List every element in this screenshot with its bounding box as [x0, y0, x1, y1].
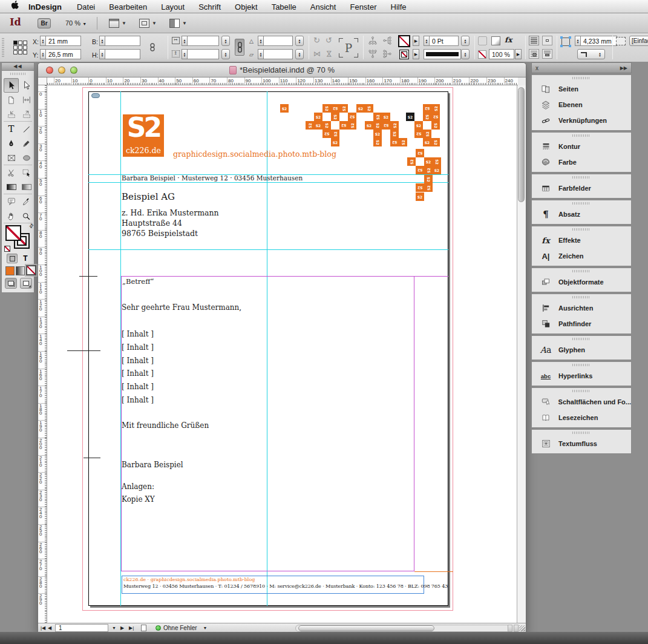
- wrap-jump-object-button[interactable]: [542, 49, 552, 59]
- gradient-effect-icon[interactable]: [491, 36, 500, 45]
- stroke-weight-presets[interactable]: ▲▼: [461, 36, 470, 46]
- constrain-dimensions-icon[interactable]: [148, 42, 157, 53]
- panel-objectstyles[interactable]: Objektformate: [532, 274, 631, 290]
- height-stepper[interactable]: ▲▼: [99, 49, 140, 59]
- content-placer-tool[interactable]: [19, 107, 34, 122]
- panel-pages[interactable]: Seiten: [532, 81, 631, 97]
- y-position-stepper[interactable]: ▲▼26,5 mm: [40, 49, 81, 59]
- panel-drag-handle[interactable]: [2, 38, 4, 58]
- panel-group-drag-handle[interactable]: [532, 268, 631, 274]
- formatting-affects-text-button[interactable]: T: [20, 254, 31, 263]
- menu-datei[interactable]: Datei: [77, 2, 95, 12]
- distribute-down-icon[interactable]: [368, 49, 378, 60]
- wrap-object-shape-button[interactable]: [529, 49, 539, 59]
- panel-pathfinder[interactable]: Pathfinder: [532, 316, 631, 332]
- guide-horizontal-2[interactable]: [88, 182, 448, 183]
- panel-bookmarks[interactable]: Lesezeichen: [532, 410, 631, 426]
- page-dropdown[interactable]: ▼: [112, 624, 116, 632]
- bridge-button[interactable]: Br: [38, 18, 51, 28]
- panel-glyphs[interactable]: AaGlyphen: [532, 342, 631, 358]
- x-position-stepper[interactable]: ▲▼21 mm: [40, 36, 81, 46]
- swap-fill-stroke-icon[interactable]: ⇄: [28, 222, 35, 229]
- flip-vertical-button[interactable]: ⋈: [325, 50, 333, 58]
- panel-group-drag-handle[interactable]: [532, 336, 631, 342]
- scrollbar-buttons[interactable]: [508, 625, 519, 632]
- dock-header[interactable]: x▶▶: [531, 62, 632, 73]
- note-tool[interactable]: [4, 194, 19, 209]
- object-style-dropdown[interactable]: [Einfach: [629, 36, 648, 46]
- menu-schrift[interactable]: Schrift: [198, 2, 221, 12]
- apply-color-button[interactable]: [5, 266, 15, 275]
- panel-group-drag-handle[interactable]: [532, 294, 631, 300]
- rotation-angle-stepper[interactable]: ▲▼: [258, 36, 293, 46]
- page-number-field[interactable]: 1: [55, 624, 108, 632]
- panel-group-drag-handle[interactable]: [532, 430, 631, 436]
- vertical-scrollbar-thumb[interactable]: [518, 87, 525, 202]
- first-page-button[interactable]: |◀: [41, 624, 45, 632]
- panel-align[interactable]: Ausrichten: [532, 300, 631, 316]
- arrange-documents-dropdown[interactable]: ▼: [169, 17, 187, 29]
- next-page-button[interactable]: ▶: [120, 624, 124, 632]
- tools-panel-drag-handle[interactable]: [2, 71, 34, 77]
- scale-y-stepper[interactable]: ▲▼: [182, 49, 219, 59]
- stroke-swatch-none[interactable]: [399, 50, 409, 59]
- flip-horizontal-button[interactable]: ⋈: [313, 50, 321, 58]
- panel-character[interactable]: A|Zeichen: [532, 248, 631, 264]
- fill-swatch-menu[interactable]: ▶: [413, 36, 419, 46]
- effects-fx-icon[interactable]: fx: [505, 36, 512, 44]
- screen-mode-dropdown[interactable]: ▼: [139, 17, 157, 29]
- company-logo[interactable]: S2 ck226.de: [123, 114, 164, 157]
- type-tool[interactable]: T: [4, 122, 19, 136]
- view-options-dropdown[interactable]: ▼: [109, 17, 126, 29]
- stroke-weight-stepper[interactable]: ▲▼0 Pt: [424, 36, 459, 46]
- preview-mode-button[interactable]: [20, 278, 32, 289]
- distribute-right-icon[interactable]: [382, 49, 392, 60]
- menu-indesign[interactable]: InDesign: [28, 2, 62, 12]
- formatting-affects-container-button[interactable]: [7, 254, 18, 263]
- eyedropper-tool[interactable]: [19, 194, 34, 209]
- menu-bearbeiten[interactable]: Bearbeiten: [109, 2, 147, 12]
- ellipse-tool[interactable]: [19, 151, 34, 165]
- panel-paragraph[interactable]: ¶Absatz: [532, 206, 631, 222]
- document-canvas[interactable]: S2 ck226.de graphicdesign.socialmedia.ph…: [47, 85, 518, 623]
- default-fill-stroke-icon[interactable]: [4, 246, 10, 252]
- window-title-bar[interactable]: *Beispieldatei.indd @ 70 %: [38, 63, 526, 77]
- horizontal-ruler[interactable]: 2010010203040506070809010011012013014015…: [47, 77, 518, 85]
- panel-group-drag-handle[interactable]: [532, 200, 631, 206]
- width-stepper[interactable]: ▲▼: [99, 36, 140, 46]
- free-transform-tool[interactable]: [19, 165, 34, 180]
- zoom-tool[interactable]: [19, 209, 34, 223]
- panel-color[interactable]: Farbe: [532, 154, 631, 170]
- menu-hilfe[interactable]: Hilfe: [391, 2, 407, 12]
- panel-group-drag-handle[interactable]: [532, 362, 631, 368]
- rotate-cw-button[interactable]: ↻: [313, 36, 320, 45]
- distribute-left-icon[interactable]: [382, 36, 392, 47]
- fill-swatch-none[interactable]: [398, 35, 410, 47]
- content-collector-tool[interactable]: [4, 107, 19, 122]
- panel-links[interactable]: Verknüpfungen: [532, 113, 631, 128]
- shear-presets[interactable]: ▲▼: [295, 49, 304, 59]
- zoom-level-dropdown[interactable]: 70 % ▼: [65, 19, 87, 27]
- pencil-tool[interactable]: [19, 136, 34, 151]
- panel-buttons[interactable]: Schaltflächen und Fo...: [532, 394, 631, 410]
- wrap-bounding-box-button[interactable]: [542, 36, 552, 45]
- menu-objekt[interactable]: Objekt: [235, 2, 258, 12]
- apply-none-button[interactable]: [26, 265, 36, 275]
- preflight-icon[interactable]: [141, 624, 146, 632]
- panel-group-drag-handle[interactable]: [532, 75, 631, 81]
- panel-group-drag-handle[interactable]: [532, 388, 631, 394]
- panel-group-drag-handle[interactable]: [532, 133, 631, 139]
- dock-close-icon[interactable]: x: [535, 65, 538, 71]
- corner-radius-stepper[interactable]: ▲▼4,233 mm: [575, 36, 617, 46]
- gap-tool[interactable]: [19, 93, 34, 107]
- constrain-scale-link-button[interactable]: [235, 39, 244, 56]
- stroke-style-presets[interactable]: ▲▼: [461, 49, 470, 59]
- stroke-swatch-menu[interactable]: ▶: [413, 49, 419, 59]
- preflight-status[interactable]: Ohne Fehler▼: [155, 624, 208, 632]
- panel-stroke[interactable]: Kontur: [532, 139, 631, 154]
- scale-y-presets[interactable]: ▲▼: [221, 49, 230, 59]
- menu-tabelle[interactable]: Tabelle: [272, 2, 296, 12]
- panel-swatches[interactable]: Farbfelder: [532, 180, 631, 196]
- scale-x-stepper[interactable]: ▲▼: [182, 36, 219, 46]
- panel-layers[interactable]: Ebenen: [532, 97, 631, 113]
